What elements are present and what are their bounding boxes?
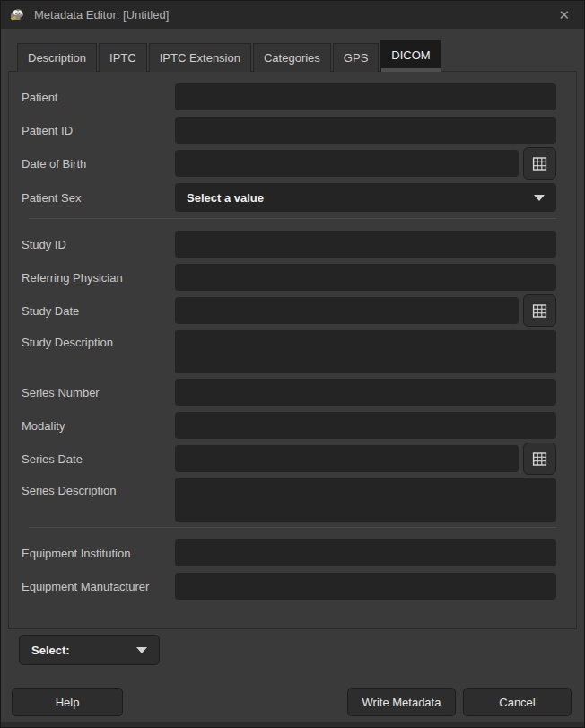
study-date-input[interactable] bbox=[175, 297, 519, 324]
spacer bbox=[123, 688, 347, 716]
series-date-calendar-button[interactable] bbox=[523, 443, 556, 475]
window-bottom-edge bbox=[1, 722, 584, 727]
patient-label: Patient bbox=[22, 91, 175, 104]
referring-physician-label: Referring Physician bbox=[22, 271, 175, 285]
gimp-wilber-icon bbox=[8, 8, 28, 22]
field-row-modality: Modality bbox=[22, 412, 556, 439]
patient-id-label: Patient ID bbox=[22, 124, 175, 137]
date-of-birth-input[interactable] bbox=[175, 150, 519, 177]
series-date-label: Series Date bbox=[22, 452, 175, 466]
tab-bar: Description IPTC IPTC Extension Categori… bbox=[8, 40, 577, 72]
window-title: Metadata Editor: [Untitled] bbox=[34, 8, 553, 22]
select-dropdown-label: Select: bbox=[31, 644, 136, 657]
close-icon[interactable]: ✕ bbox=[553, 6, 575, 23]
study-date-label: Study Date bbox=[22, 304, 175, 318]
date-of-birth-label: Date of Birth bbox=[22, 157, 175, 171]
action-bar: Help Write Metadata Cancel bbox=[12, 688, 572, 716]
patient-sex-label: Patient Sex bbox=[22, 191, 175, 205]
tab-gps[interactable]: GPS bbox=[333, 43, 379, 72]
series-number-label: Series Number bbox=[22, 386, 175, 399]
help-button[interactable]: Help bbox=[12, 688, 123, 716]
modality-input[interactable] bbox=[175, 412, 556, 439]
field-row-series-date: Series Date bbox=[22, 443, 556, 475]
field-row-study-id: Study ID bbox=[22, 231, 556, 258]
equipment-manufacturer-input[interactable] bbox=[175, 573, 556, 600]
tab-description[interactable]: Description bbox=[17, 43, 97, 72]
equipment-institution-input[interactable] bbox=[175, 539, 556, 566]
modality-label: Modality bbox=[22, 419, 175, 433]
field-row-equipment-institution: Equipment Institution bbox=[22, 539, 556, 566]
calendar-grid-icon bbox=[532, 452, 547, 467]
series-number-input[interactable] bbox=[175, 379, 556, 406]
referring-physician-input[interactable] bbox=[175, 264, 556, 291]
write-metadata-button[interactable]: Write Metadata bbox=[347, 688, 456, 716]
field-row-referring-physician: Referring Physician bbox=[22, 264, 556, 291]
study-description-textarea[interactable] bbox=[175, 330, 556, 373]
study-description-label: Study Description bbox=[22, 330, 175, 349]
field-row-patient-id: Patient ID bbox=[22, 117, 556, 144]
chevron-down-icon bbox=[534, 195, 545, 201]
study-id-label: Study ID bbox=[22, 238, 175, 251]
titlebar: Metadata Editor: [Untitled] ✕ bbox=[1, 1, 584, 29]
calendar-grid-icon bbox=[532, 156, 547, 171]
equipment-manufacturer-label: Equipment Manufacturer bbox=[22, 580, 175, 593]
series-date-input[interactable] bbox=[175, 445, 519, 472]
tab-categories[interactable]: Categories bbox=[253, 43, 331, 72]
separator bbox=[29, 527, 556, 528]
series-description-textarea[interactable] bbox=[175, 478, 556, 522]
dicom-panel: Patient Patient ID Date of Birth bbox=[8, 71, 577, 629]
chevron-down-icon bbox=[136, 647, 147, 653]
field-row-patient-sex: Patient Sex Select a value bbox=[22, 183, 556, 212]
field-row-patient: Patient bbox=[22, 83, 556, 110]
field-row-study-description: Study Description bbox=[22, 330, 556, 373]
separator bbox=[29, 218, 556, 219]
patient-sex-dropdown[interactable]: Select a value bbox=[175, 183, 556, 212]
tab-iptc-extension[interactable]: IPTC Extension bbox=[149, 43, 251, 72]
study-date-calendar-button[interactable] bbox=[523, 294, 556, 327]
field-row-equipment-manufacturer: Equipment Manufacturer bbox=[22, 573, 556, 600]
date-of-birth-calendar-button[interactable] bbox=[523, 147, 556, 180]
tab-dicom[interactable]: DICOM bbox=[380, 40, 441, 72]
series-description-label: Series Description bbox=[22, 478, 175, 497]
cancel-button[interactable]: Cancel bbox=[463, 688, 572, 716]
patient-input[interactable] bbox=[175, 83, 556, 110]
equipment-institution-label: Equipment Institution bbox=[22, 547, 175, 560]
patient-id-input[interactable] bbox=[175, 117, 556, 144]
field-row-study-date: Study Date bbox=[22, 294, 556, 327]
field-row-series-number: Series Number bbox=[22, 379, 556, 406]
calendar-grid-icon bbox=[532, 303, 547, 319]
tab-iptc[interactable]: IPTC bbox=[99, 43, 147, 72]
field-row-series-description: Series Description bbox=[22, 478, 556, 522]
patient-sex-value: Select a value bbox=[187, 191, 534, 205]
field-row-date-of-birth: Date of Birth bbox=[22, 147, 556, 180]
study-id-input[interactable] bbox=[175, 231, 556, 258]
select-dropdown[interactable]: Select: bbox=[19, 635, 160, 665]
metadata-editor-window: Metadata Editor: [Untitled] ✕ Descriptio… bbox=[0, 0, 585, 728]
